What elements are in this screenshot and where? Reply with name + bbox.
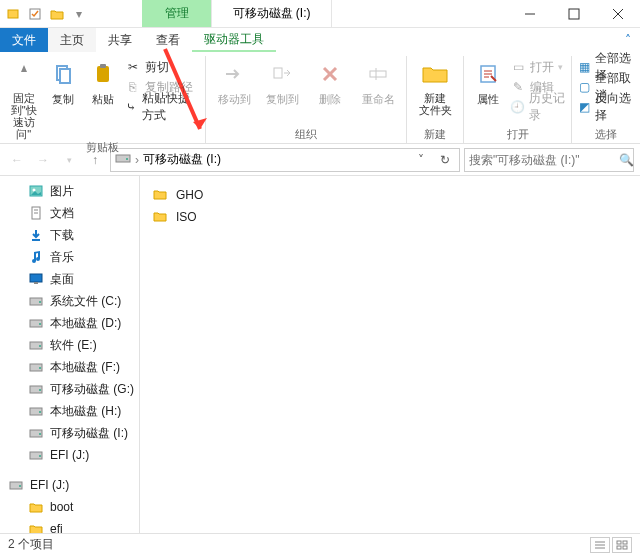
svg-rect-3: [569, 9, 579, 19]
address-dropdown-icon[interactable]: ˅: [411, 149, 431, 171]
tab-share[interactable]: 共享: [96, 28, 144, 52]
tree-item[interactable]: 图片: [0, 180, 139, 202]
copy-to-button[interactable]: 复制到: [260, 56, 304, 107]
tree-item[interactable]: 本地磁盘 (H:): [0, 400, 139, 422]
back-button[interactable]: ←: [6, 149, 28, 171]
music-icon: [28, 249, 44, 265]
open-icon: ▭: [510, 59, 526, 75]
tree-item[interactable]: 文档: [0, 202, 139, 224]
rename-button[interactable]: 重命名: [356, 56, 400, 107]
breadcrumb-location[interactable]: 可移动磁盘 (I:): [143, 151, 221, 168]
contextual-tab-header: 管理 可移动磁盘 (I:): [142, 0, 332, 27]
main-area: 图片文档下载音乐桌面系统文件 (C:)本地磁盘 (D:)软件 (E:)本地磁盘 …: [0, 176, 640, 533]
tree-item[interactable]: efi: [0, 518, 139, 533]
folder-icon: [152, 208, 168, 227]
svg-rect-15: [370, 71, 386, 77]
tree-item[interactable]: 桌面: [0, 268, 139, 290]
view-mode-toggles: [590, 537, 632, 553]
invert-selection-button[interactable]: ◩反向选择: [578, 98, 634, 116]
copy-icon: [47, 58, 79, 90]
drive-icon: [28, 293, 44, 309]
forward-button[interactable]: →: [32, 149, 54, 171]
tree-item-label: 可移动磁盘 (I:): [50, 425, 128, 442]
open-button[interactable]: ▭打开▾: [510, 58, 565, 76]
file-item[interactable]: ISO: [152, 206, 628, 228]
tree-item[interactable]: 音乐: [0, 246, 139, 268]
move-to-icon: [218, 58, 250, 90]
documents-icon: [28, 205, 44, 221]
qat-dropdown-icon[interactable]: ▾: [70, 5, 88, 23]
tree-item[interactable]: boot: [0, 496, 139, 518]
tree-item[interactable]: 可移动磁盘 (I:): [0, 422, 139, 444]
ribbon-group-open: 属性 ▭打开▾ ✎编辑 🕘历史记录 打开: [464, 56, 572, 143]
new-folder-button[interactable]: 新建 文件夹: [413, 56, 457, 116]
search-box[interactable]: 🔍: [464, 148, 634, 172]
properties-button[interactable]: 属性: [470, 56, 506, 107]
thumbnails-view-button[interactable]: [612, 537, 632, 553]
item-count: 2 个项目: [8, 536, 54, 553]
delete-button[interactable]: 删除: [308, 56, 352, 107]
quick-access-toolbar: ▾: [0, 0, 92, 27]
window-icon: [4, 5, 22, 23]
tree-item[interactable]: 下载: [0, 224, 139, 246]
file-item[interactable]: GHO: [152, 184, 628, 206]
recent-dropdown[interactable]: ▾: [58, 149, 80, 171]
drive-icon: [28, 359, 44, 375]
refresh-button[interactable]: ↻: [435, 149, 455, 171]
search-input[interactable]: [469, 153, 619, 167]
tree-item-label: boot: [50, 500, 73, 514]
tree-item[interactable]: 软件 (E:): [0, 334, 139, 356]
folder-icon: [152, 186, 168, 205]
file-list[interactable]: GHOISO: [140, 176, 640, 533]
search-icon[interactable]: 🔍: [619, 153, 634, 167]
select-all-icon: ▦: [578, 59, 591, 75]
group-label-organize: 组织: [295, 127, 317, 143]
pictures-icon: [28, 183, 44, 199]
close-button[interactable]: [596, 0, 640, 27]
paste-button[interactable]: 粘贴: [85, 56, 121, 107]
navigation-tree[interactable]: 图片文档下载音乐桌面系统文件 (C:)本地磁盘 (D:)软件 (E:)本地磁盘 …: [0, 176, 140, 533]
tree-item[interactable]: 本地磁盘 (D:): [0, 312, 139, 334]
paste-shortcut-button[interactable]: ⤷粘贴快捷方式: [125, 98, 199, 116]
svg-point-31: [39, 323, 41, 325]
tab-drive-tools[interactable]: 驱动器工具: [192, 28, 276, 52]
history-icon: 🕘: [510, 99, 525, 115]
tree-item[interactable]: 系统文件 (C:): [0, 290, 139, 312]
copy-button[interactable]: 复制: [46, 56, 82, 107]
minimize-button[interactable]: [508, 0, 552, 27]
svg-rect-10: [97, 66, 109, 82]
svg-rect-54: [623, 546, 627, 549]
drive-icon: [28, 425, 44, 441]
qat-folder-icon[interactable]: [48, 5, 66, 23]
move-to-button[interactable]: 移动到: [212, 56, 256, 107]
maximize-button[interactable]: [552, 0, 596, 27]
svg-point-19: [126, 158, 128, 160]
tab-home[interactable]: 主页: [48, 28, 96, 52]
history-button[interactable]: 🕘历史记录: [510, 98, 565, 116]
tree-item[interactable]: EFI (J:): [0, 474, 139, 496]
pin-quick-access-button[interactable]: 固定到"快 速访问": [6, 56, 42, 140]
svg-point-37: [39, 389, 41, 391]
svg-point-41: [39, 433, 41, 435]
shortcut-icon: ⤷: [125, 99, 138, 115]
qat-checkbox-icon[interactable]: [26, 5, 44, 23]
ribbon-group-select: ▦全部选择 ▢全部取消 ◩反向选择 选择: [572, 56, 640, 143]
svg-rect-12: [274, 68, 282, 78]
group-label-open: 打开: [507, 127, 529, 143]
tree-item-label: 可移动磁盘 (G:): [50, 381, 134, 398]
group-label-new: 新建: [424, 127, 446, 143]
ribbon-group-organize: 移动到 复制到 删除 重命名 组织: [206, 56, 407, 143]
address-box[interactable]: › 可移动磁盘 (I:) ˅ ↻: [110, 148, 460, 172]
ribbon-collapse-icon[interactable]: ˄: [616, 28, 640, 52]
svg-rect-27: [34, 282, 38, 284]
tree-item[interactable]: 可移动磁盘 (G:): [0, 378, 139, 400]
cut-button[interactable]: ✂剪切: [125, 58, 199, 76]
tab-view[interactable]: 查看: [144, 28, 192, 52]
tree-item[interactable]: EFI (J:): [0, 444, 139, 466]
svg-rect-53: [617, 546, 621, 549]
tab-file[interactable]: 文件: [0, 28, 48, 52]
svg-point-45: [19, 485, 21, 487]
tree-item[interactable]: 本地磁盘 (F:): [0, 356, 139, 378]
copy-path-button[interactable]: ⎘复制路径: [125, 78, 199, 96]
details-view-button[interactable]: [590, 537, 610, 553]
